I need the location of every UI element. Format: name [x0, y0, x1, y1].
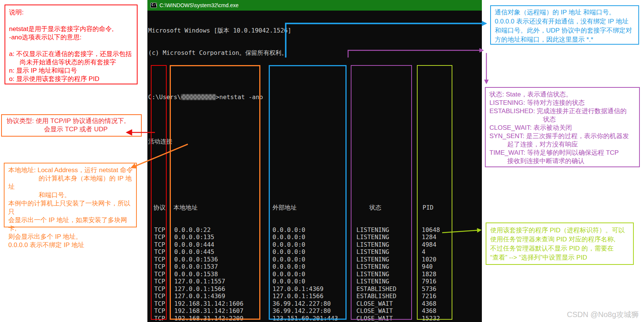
netstat-note-annotation: 说明: netstat是用于显示套接字内容的命令, -ano选项表示以下的意思:…: [5, 5, 138, 84]
banner-line: Microsoft Windows [版本 10.0.19042.1526]: [148, 27, 481, 34]
local-address-annotation: 本地地址: Local Address，运行 netstat 命令 的计算机本身…: [4, 163, 137, 227]
pid-annotation: 使用该套接字的程序 PID（进程标识符）。可以 使用任务管理器来查询 PID 对…: [486, 222, 634, 265]
pid-column-highlight: [417, 65, 452, 320]
local-address-column-highlight: [170, 65, 260, 320]
window-title: C:\WINDOWS\system32\cmd.exe: [159, 2, 238, 8]
screenshot-page: C:\ C:\WINDOWS\system32\cmd.exe Microsof…: [0, 0, 644, 322]
protocol-type-annotation: 协议类型: 使用 TCP/IP 协议通信的情况下, 会显示 TCP 或者 UDP: [1, 114, 142, 137]
csdn-watermark: CSDN @No8g攻城狮: [567, 310, 639, 320]
cmd-titlebar[interactable]: C:\ C:\WINDOWS\system32\cmd.exe: [147, 0, 482, 11]
state-annotation: 状态: State，表示通信状态。 LISTENING: 等待对方连接的状态 E…: [485, 87, 640, 167]
annotation-text: 协议类型: 使用 TCP/IP 协议通信的情况下, 会显示 TCP 或者 UDP: [6, 117, 141, 134]
foreign-address-annotation: 通信对象（远程端）的 IP 地址 和端口号。 0.0.0.0 表示还没有开始通信…: [490, 5, 639, 45]
banner-line: (c) Microsoft Corporation。保留所有权利。: [148, 49, 481, 57]
annotation-text: 使用该套接字的程序 PID（进程标识符）。可以 使用任务管理器来查询 PID 对…: [490, 226, 631, 262]
cmd-icon: C:\: [150, 3, 157, 8]
state-column-highlight: [351, 65, 412, 320]
annotation-text: 说明: netstat是用于显示套接字内容的命令, -ano选项表示以下的意思:…: [9, 8, 135, 83]
foreign-address-column-highlight: [269, 65, 347, 320]
annotation-text: 状态: State，表示通信状态。 LISTENING: 等待对方连接的状态 E…: [489, 90, 637, 165]
annotation-text: 通信对象（远程端）的 IP 地址 和端口号。 0.0.0.0 表示还没有开始通信…: [495, 8, 636, 44]
protocol-column-highlight: [151, 65, 167, 320]
annotation-text: 本地地址: Local Address，运行 netstat 命令 的计算机本身…: [8, 166, 134, 249]
